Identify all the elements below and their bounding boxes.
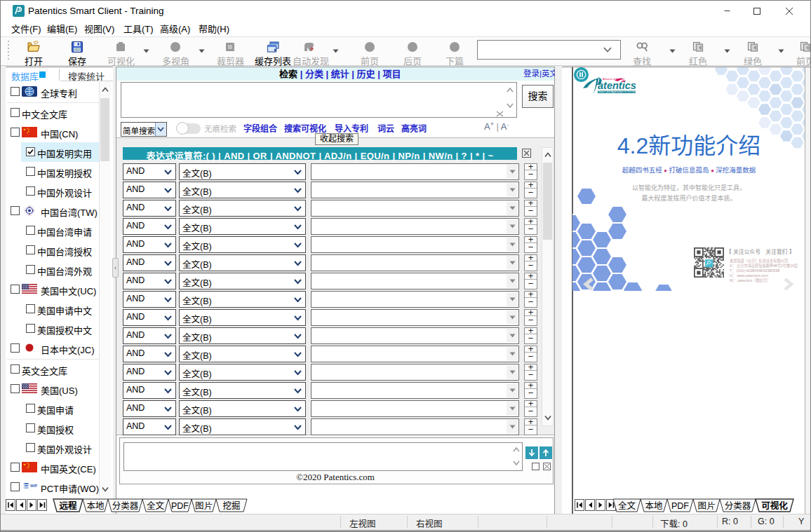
svg-text:图片: 图片 xyxy=(697,501,715,511)
svg-text:分类器: 分类器 xyxy=(725,501,751,511)
svg-text:全文: 全文 xyxy=(618,500,636,511)
svg-text:PDF: PDF xyxy=(671,501,689,511)
svg-text:可视化: 可视化 xyxy=(761,500,788,511)
svg-text:本地: 本地 xyxy=(645,501,663,511)
